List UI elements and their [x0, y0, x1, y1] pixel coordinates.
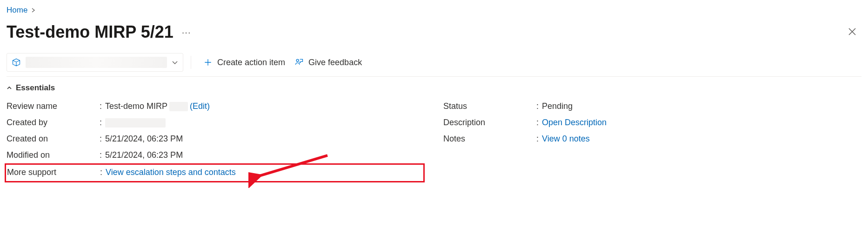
description-label: Description: [443, 118, 536, 128]
modified-on-value: 5/21/2024, 06:23 PM: [105, 150, 183, 160]
review-name-value: Test-demo MIRP: [105, 101, 167, 111]
prop-created-by: Created by :: [7, 114, 425, 131]
essentials-panel: Review name : Test-demo MIRP (Edit) Crea…: [7, 97, 861, 183]
resource-picker[interactable]: [7, 53, 183, 72]
modified-on-label: Modified on: [7, 150, 100, 160]
prop-description: Description : Open Description: [443, 114, 861, 131]
chevron-up-icon: [7, 85, 12, 91]
give-feedback-button[interactable]: Give feedback: [290, 55, 367, 70]
chevron-right-icon: [31, 7, 36, 14]
breadcrumb: Home: [7, 5, 861, 20]
open-description-link[interactable]: Open Description: [542, 118, 607, 128]
close-button[interactable]: [843, 24, 861, 40]
title-row: Test-demo MIRP 5/21 ···: [7, 20, 861, 50]
essentials-label: Essentials: [16, 83, 55, 93]
close-icon: [848, 27, 857, 36]
created-on-value: 5/21/2024, 06:23 PM: [105, 134, 183, 144]
toolbar-divider: [191, 56, 191, 69]
toolbar: Create action item Give feedback: [7, 50, 861, 77]
prop-more-support: More support : View escalation steps and…: [7, 166, 236, 179]
prop-created-on: Created on : 5/21/2024, 06:23 PM: [7, 131, 425, 147]
feedback-icon: [294, 58, 304, 67]
resource-name-redacted: [26, 57, 167, 68]
package-icon: [12, 58, 21, 67]
create-action-item-label: Create action item: [217, 58, 285, 67]
prop-notes: Notes : View 0 notes: [443, 131, 861, 147]
review-name-redacted: [169, 102, 188, 111]
notes-label: Notes: [443, 134, 536, 144]
edit-link[interactable]: (Edit): [190, 101, 210, 111]
page-title: Test-demo MIRP 5/21: [7, 22, 174, 42]
view-notes-link[interactable]: View 0 notes: [542, 134, 590, 144]
status-label: Status: [443, 101, 536, 111]
more-support-highlight: More support : View escalation steps and…: [5, 163, 425, 182]
prop-review-name: Review name : Test-demo MIRP (Edit): [7, 98, 425, 114]
prop-modified-on: Modified on : 5/21/2024, 06:23 PM: [7, 147, 425, 163]
give-feedback-label: Give feedback: [308, 58, 362, 67]
created-by-label: Created by: [7, 118, 100, 128]
arrow-annotation-icon: [248, 151, 332, 188]
svg-line-1: [258, 155, 327, 176]
status-value: Pending: [542, 101, 573, 111]
created-on-label: Created on: [7, 134, 100, 144]
prop-status: Status : Pending: [443, 98, 861, 114]
chevron-down-icon: [172, 59, 178, 66]
review-name-label: Review name: [7, 101, 100, 111]
svg-point-0: [296, 59, 299, 61]
more-support-label: More support: [7, 168, 100, 177]
plus-icon: [203, 58, 213, 67]
create-action-item-button[interactable]: Create action item: [199, 55, 290, 70]
breadcrumb-home[interactable]: Home: [7, 6, 27, 15]
more-actions-button[interactable]: ···: [182, 27, 191, 38]
created-by-redacted: [105, 118, 166, 128]
view-escalation-link[interactable]: View escalation steps and contacts: [106, 168, 236, 177]
essentials-toggle[interactable]: Essentials: [7, 77, 861, 97]
